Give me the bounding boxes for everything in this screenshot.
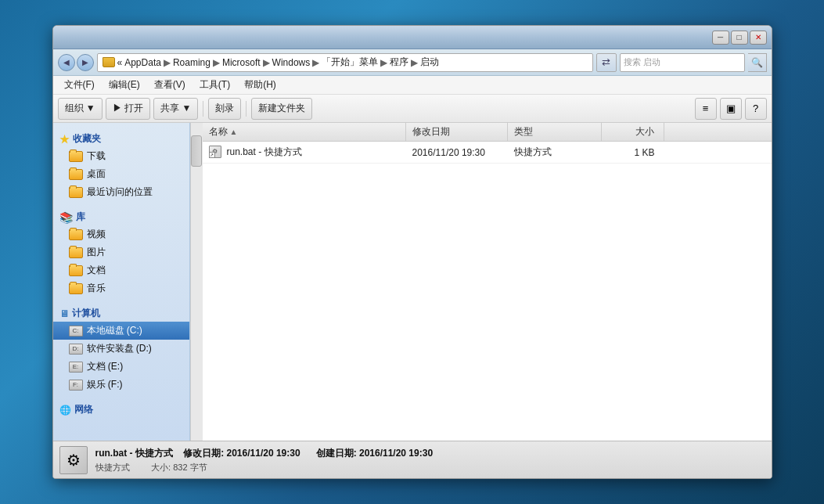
f-drive-label: 娱乐 (F:) — [87, 378, 123, 391]
pictures-label: 图片 — [87, 246, 106, 259]
refresh-button[interactable]: ⇄ — [596, 53, 617, 72]
share-button[interactable]: 共享 ▼ — [153, 98, 198, 120]
e-drive-icon: E: — [69, 362, 83, 373]
path-startup: 启动 — [420, 56, 439, 69]
col-header-name[interactable]: 名称 ▲ — [203, 123, 406, 141]
music-label: 音乐 — [87, 282, 106, 295]
file-list-body: ⚙ ↗ run.bat - 快捷方式 2016/11/20 19:30 快捷方式… — [203, 142, 772, 441]
network-icon: 🌐 — [59, 405, 71, 416]
file-icon: ⚙ ↗ — [209, 146, 223, 160]
path-sep-6: ▶ — [411, 57, 418, 68]
desktop-label: 桌面 — [87, 167, 106, 181]
status-filetype: 快捷方式 大小: 832 字节 — [95, 462, 434, 473]
sidebar-item-videos[interactable]: 视频 — [53, 225, 189, 243]
sort-arrow: ▲ — [230, 128, 238, 136]
sidebar-item-f-drive[interactable]: F: 娱乐 (F:) — [53, 376, 189, 394]
back-button[interactable]: ◀ — [58, 54, 75, 71]
status-bar: ⚙ run.bat - 快捷方式 修改日期: 2016/11/20 19:30 … — [53, 441, 772, 478]
toolbar-separator-2 — [246, 101, 246, 117]
c-drive-icon: C: — [69, 326, 83, 337]
scrollbar-thumb[interactable] — [191, 135, 202, 167]
documents-label: 文档 — [87, 264, 106, 277]
nav-buttons: ◀ ▶ — [58, 54, 94, 71]
path-programs: 程序 — [390, 56, 408, 69]
network-section: 🌐 网络 — [53, 400, 189, 418]
toolbar-right: ≡ ▣ ? — [695, 98, 767, 120]
burn-button[interactable]: 刻录 — [208, 98, 241, 120]
address-path[interactable]: « AppData ▶ Roaming ▶ Microsoft ▶ Window… — [97, 53, 593, 72]
computer-icon: 🖥 — [59, 308, 69, 319]
sidebar-item-recent[interactable]: 最近访问的位置 — [53, 183, 189, 201]
table-row[interactable]: ⚙ ↗ run.bat - 快捷方式 2016/11/20 19:30 快捷方式… — [203, 142, 772, 164]
menu-help[interactable]: 帮助(H) — [238, 77, 282, 93]
close-button[interactable]: ✕ — [750, 31, 767, 45]
explorer-window: ─ □ ✕ ◀ ▶ « AppData ▶ Roaming ▶ Microsof… — [52, 25, 772, 479]
path-appdata: AppData — [124, 57, 161, 68]
maximize-button[interactable]: □ — [731, 31, 748, 45]
sidebar-item-d-drive[interactable]: D: 软件安装盘 (D:) — [53, 340, 189, 358]
bat-file-icon: ⚙ ↗ — [209, 146, 221, 158]
file-list-header: 名称 ▲ 修改日期 类型 大小 — [203, 123, 772, 142]
path-windows: Windows — [272, 57, 311, 68]
f-drive-icon: F: — [69, 380, 83, 391]
libraries-title: 库 — [76, 211, 85, 224]
path-text: « — [117, 57, 123, 68]
sidebar-item-e-drive[interactable]: E: 文档 (E:) — [53, 358, 189, 376]
col-header-size[interactable]: 大小 — [602, 123, 664, 141]
sidebar-item-desktop[interactable]: 桌面 — [53, 165, 189, 183]
sidebar-item-c-drive[interactable]: C: 本地磁盘 (C:) — [53, 322, 189, 340]
forward-button[interactable]: ▶ — [77, 54, 94, 71]
help-button[interactable]: ? — [745, 98, 767, 120]
sidebar-scrollbar[interactable] — [190, 123, 203, 441]
status-details: run.bat - 快捷方式 修改日期: 2016/11/20 19:30 创建… — [95, 447, 434, 473]
toolbar-separator-1 — [203, 101, 203, 117]
title-bar: ─ □ ✕ — [53, 26, 772, 49]
sidebar-item-pictures[interactable]: 图片 — [53, 243, 189, 261]
d-drive-label: 软件安装盘 (D:) — [87, 342, 152, 355]
favorites-icon: ★ — [59, 133, 70, 146]
path-sep-5: ▶ — [380, 57, 387, 68]
status-file-icon: ⚙ — [59, 446, 88, 474]
new-folder-button[interactable]: 新建文件夹 — [251, 98, 312, 120]
favorites-title: 收藏夹 — [73, 132, 101, 146]
pane-button[interactable]: ▣ — [720, 98, 742, 120]
menu-tools[interactable]: 工具(T) — [193, 77, 236, 93]
sidebar-divider-3 — [53, 394, 189, 400]
sidebar: ★ 收藏夹 下载 桌面 最近访问的位置 📚 库 — [53, 123, 190, 441]
view-toggle-button[interactable]: ≡ — [695, 98, 717, 120]
sidebar-item-documents[interactable]: 文档 — [53, 261, 189, 279]
search-box[interactable]: 搜索 启动 — [620, 53, 745, 72]
minimize-button[interactable]: ─ — [712, 31, 729, 45]
file-type-cell: 快捷方式 — [508, 142, 602, 163]
libraries-section: 📚 库 — [53, 207, 189, 225]
file-name-cell: ⚙ ↗ run.bat - 快捷方式 — [203, 142, 406, 163]
sidebar-item-downloads[interactable]: 下载 — [53, 147, 189, 165]
music-folder-icon — [69, 283, 83, 294]
menu-file[interactable]: 文件(F) — [58, 77, 101, 93]
col-header-date[interactable]: 修改日期 — [406, 123, 508, 141]
videos-folder-icon — [69, 229, 83, 240]
status-filename: run.bat - 快捷方式 修改日期: 2016/11/20 19:30 创建… — [95, 447, 434, 460]
open-button[interactable]: ▶ 打开 — [106, 98, 150, 120]
shortcut-arrow-icon: ↗ — [209, 152, 215, 158]
file-size-cell: 1 KB — [602, 142, 664, 163]
network-title: 网络 — [74, 403, 93, 416]
downloads-label: 下载 — [87, 149, 106, 163]
toolbar: 组织 ▼ ▶ 打开 共享 ▼ 刻录 新建文件夹 ≡ ▣ ? — [53, 95, 772, 123]
organize-button[interactable]: 组织 ▼ — [58, 98, 103, 120]
search-button[interactable]: 🔍 — [748, 53, 767, 72]
main-area: ★ 收藏夹 下载 桌面 最近访问的位置 📚 库 — [53, 123, 772, 441]
path-roaming: Roaming — [173, 57, 210, 68]
path-start-menu: 「开始」菜单 — [322, 56, 378, 69]
menu-edit[interactable]: 编辑(E) — [103, 77, 146, 93]
menu-bar: 文件(F) 编辑(E) 查看(V) 工具(T) 帮助(H) — [53, 76, 772, 95]
e-drive-label: 文档 (E:) — [87, 360, 124, 373]
col-header-type[interactable]: 类型 — [508, 123, 602, 141]
sidebar-item-music[interactable]: 音乐 — [53, 279, 189, 297]
pictures-folder-icon — [69, 247, 83, 258]
sidebar-divider-1 — [53, 201, 189, 207]
file-name: run.bat - 快捷方式 — [227, 146, 302, 159]
window-controls: ─ □ ✕ — [712, 31, 767, 45]
path-sep-2: ▶ — [213, 57, 220, 68]
menu-view[interactable]: 查看(V) — [148, 77, 192, 93]
